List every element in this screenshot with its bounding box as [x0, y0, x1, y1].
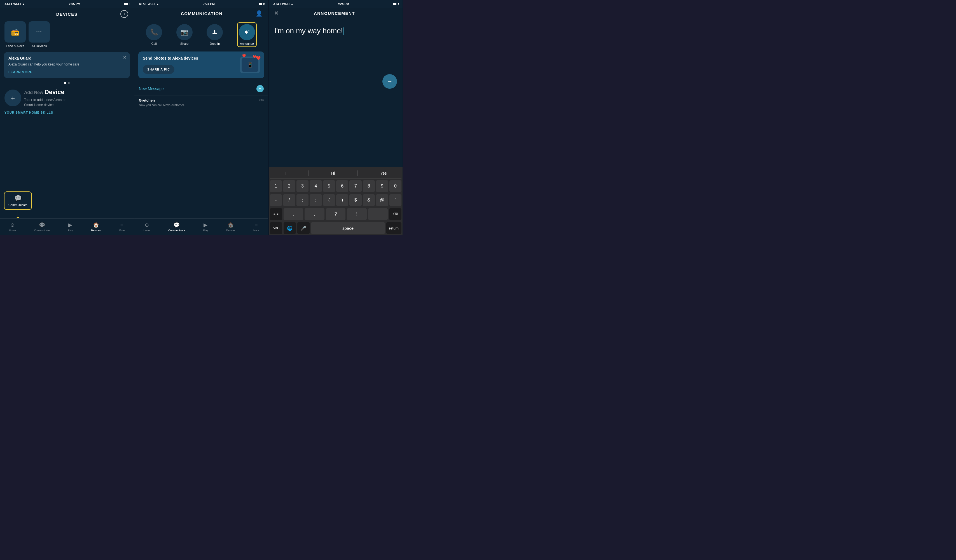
key-quote[interactable]: ": [389, 194, 401, 206]
screen-communication: AT&T Wi-Fi ▲ 7:24 PM COMMUNICATION 👤 📞 C…: [134, 0, 269, 235]
key-open-paren[interactable]: (: [323, 194, 335, 206]
key-4[interactable]: 4: [310, 180, 322, 192]
message-item-gretchen[interactable]: Gretchen Now you can call Alexa customer…: [134, 95, 268, 110]
wifi-icon-3: ▲: [291, 3, 293, 6]
key-5[interactable]: 5: [323, 180, 335, 192]
key-backspace[interactable]: ⌫: [389, 208, 401, 220]
echo-alexa-item[interactable]: 📻 Echo & Alexa: [5, 21, 26, 47]
alexa-guard-text: Alexa Guard can help you keep your home …: [8, 62, 126, 67]
announce-option-circle: [239, 24, 255, 40]
add-device-icon-placeholder: ＋: [5, 89, 21, 106]
devices-icon-2: 🏠: [228, 222, 234, 228]
dropin-option-label: Drop In: [210, 42, 220, 45]
call-option-label: Call: [151, 42, 157, 45]
key-question[interactable]: ?: [326, 208, 346, 220]
send-announcement-button[interactable]: →: [382, 74, 397, 89]
nav-more-1[interactable]: ≡ More: [119, 222, 125, 232]
key-9[interactable]: 9: [376, 180, 388, 192]
key-comma[interactable]: ,: [305, 208, 324, 220]
nav-communicate-2[interactable]: 💬 Communicate: [168, 222, 185, 232]
key-semicolon[interactable]: ;: [310, 194, 322, 206]
nav-play-2[interactable]: ▶ Play: [203, 222, 208, 232]
suggestion-yes[interactable]: Yes: [378, 171, 389, 176]
key-slash[interactable]: /: [283, 194, 295, 206]
add-device-heading: Add New Device: [24, 88, 66, 96]
key-dash[interactable]: -: [270, 194, 282, 206]
suggestion-divider-2: [357, 171, 358, 176]
key-6[interactable]: 6: [336, 180, 348, 192]
key-colon[interactable]: :: [296, 194, 308, 206]
arrow-line: [17, 210, 18, 218]
key-abc[interactable]: ABC: [270, 222, 282, 234]
nav-home-1[interactable]: ⊙ Home: [9, 222, 16, 232]
communication-title: COMMUNICATION: [148, 11, 256, 16]
key-at[interactable]: @: [376, 194, 388, 206]
status-bar-2: AT&T Wi-Fi ▲ 7:24 PM: [134, 0, 268, 8]
nav-more-2[interactable]: ≡ More: [253, 222, 259, 232]
add-device-subtext: Tap + to add a new Alexa or Smart Home d…: [24, 97, 66, 107]
dot-active: [64, 82, 66, 84]
nav-devices-1[interactable]: 🏠 Devices: [91, 222, 101, 232]
key-8[interactable]: 8: [363, 180, 375, 192]
key-symbols-toggle[interactable]: #+=: [270, 208, 282, 220]
communicate-highlight-box[interactable]: 💬 Communicate: [4, 191, 32, 210]
nav-more-label-2: More: [253, 229, 259, 232]
nav-home-2[interactable]: ⊙ Home: [143, 222, 150, 232]
bottom-nav-1: ⊙ Home 💬 Communicate ▶ Play 🏠 Devices ≡ …: [0, 218, 134, 235]
suggestion-i[interactable]: I: [282, 171, 288, 176]
key-1[interactable]: 1: [270, 180, 282, 192]
all-devices-item[interactable]: ··· All Devices: [28, 21, 50, 47]
share-photos-card: Send photos to Alexa devices SHARE A PIC…: [138, 52, 264, 78]
key-dollar[interactable]: $: [349, 194, 362, 206]
share-option[interactable]: 📷 Share: [176, 24, 193, 45]
echo-alexa-label: Echo & Alexa: [6, 44, 24, 47]
suggestion-hi[interactable]: Hi: [329, 171, 337, 176]
nav-devices-2[interactable]: 🏠 Devices: [226, 222, 235, 232]
battery-fill-3: [393, 3, 396, 5]
nav-play-1[interactable]: ▶ Play: [68, 222, 73, 232]
message-preview: Now you can call Alexa customer...: [139, 103, 186, 107]
key-apostrophe[interactable]: ': [368, 208, 388, 220]
status-right-1: [124, 3, 129, 5]
nav-devices-label-1: Devices: [91, 229, 101, 232]
dot-inactive: [68, 82, 70, 84]
add-device-button[interactable]: +: [120, 10, 128, 18]
key-exclaim[interactable]: !: [347, 208, 366, 220]
key-close-paren[interactable]: ): [336, 194, 348, 206]
announcement-title: ANNOUNCEMENT: [314, 11, 355, 16]
nav-communicate-1[interactable]: 💬 Communicate: [34, 222, 50, 232]
key-space[interactable]: space: [311, 222, 385, 234]
share-a-pic-button[interactable]: SHARE A PIC: [143, 65, 175, 74]
battery-icon-3: [393, 3, 398, 5]
key-3[interactable]: 3: [296, 180, 308, 192]
announce-option-label: Announce: [240, 42, 254, 45]
new-message-plus-button[interactable]: +: [256, 85, 264, 93]
call-option[interactable]: 📞 Call: [146, 24, 162, 45]
key-0[interactable]: 0: [389, 180, 401, 192]
key-return[interactable]: return: [386, 222, 401, 234]
new-message-row: New Message +: [134, 82, 268, 95]
alexa-guard-close-button[interactable]: ✕: [123, 55, 127, 60]
nav-more-label-1: More: [119, 229, 125, 232]
dropin-option[interactable]: Drop In: [207, 24, 223, 45]
key-globe[interactable]: 🌐: [284, 222, 296, 234]
key-2[interactable]: 2: [283, 180, 295, 192]
announcement-close-button[interactable]: ✕: [274, 10, 278, 16]
announcement-message[interactable]: I'm on my way home!: [274, 26, 397, 36]
share-option-circle: 📷: [176, 24, 193, 40]
person-icon-button[interactable]: 👤: [256, 10, 263, 17]
echo-alexa-icon: 📻: [11, 28, 19, 36]
key-period[interactable]: .: [284, 208, 303, 220]
learn-more-button[interactable]: LEARN MORE: [8, 70, 126, 74]
add-device-section: ＋ Add New Device Tap + to add a new Alex…: [0, 88, 134, 114]
keyboard-bottom-row: ABC 🌐 🎤 space return: [270, 222, 401, 234]
time-3: 7:24 PM: [337, 2, 349, 6]
all-devices-icon-box: ···: [28, 21, 50, 42]
key-ampersand[interactable]: &: [363, 194, 375, 206]
home-icon-1: ⊙: [10, 222, 14, 228]
announce-option[interactable]: Announce: [237, 22, 257, 47]
key-mic[interactable]: 🎤: [297, 222, 310, 234]
key-7[interactable]: 7: [349, 180, 362, 192]
new-message-label[interactable]: New Message: [139, 86, 164, 91]
announcement-text: I'm on my way home!: [274, 27, 343, 35]
